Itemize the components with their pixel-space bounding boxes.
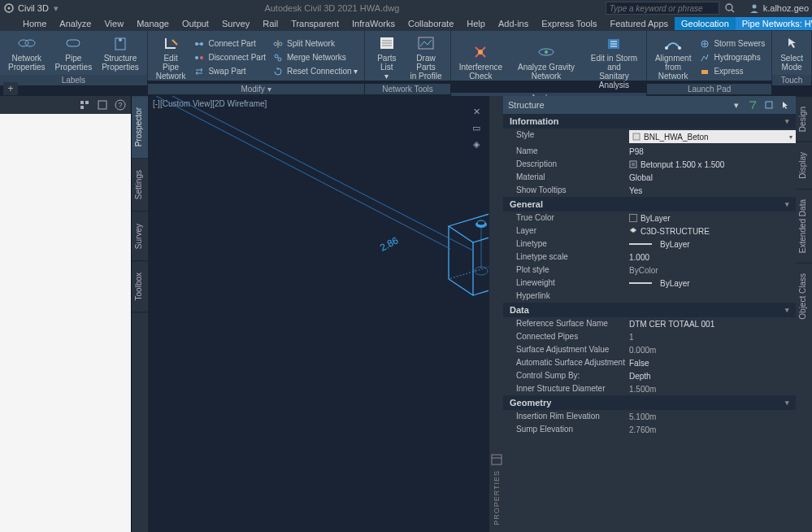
lineweight-field[interactable]: ByLayer <box>629 278 796 288</box>
pipe-lines <box>148 96 489 340</box>
svg-point-28 <box>545 50 548 54</box>
svg-line-46 <box>172 96 473 251</box>
tab-manage[interactable]: Manage <box>130 17 176 30</box>
tab-featured-apps[interactable]: Featured Apps <box>604 17 675 30</box>
storm-sewers-button[interactable]: Storm Sewers <box>697 37 766 50</box>
tab-survey-left[interactable]: Survey <box>132 212 148 261</box>
section-information[interactable]: Information▾ <box>503 114 796 129</box>
refsurface-field[interactable]: DTM CER TOTAAL 001 <box>629 319 796 329</box>
modify-group-label[interactable]: Modify ▾ <box>148 84 365 94</box>
app-name: Civil 3D <box>18 3 49 13</box>
controlsump-field[interactable]: Depth <box>629 371 796 381</box>
svg-rect-36 <box>80 106 84 109</box>
search-icon[interactable] <box>724 2 736 14</box>
analyze-gravity-button[interactable]: Analyze Gravity Network <box>509 41 584 82</box>
alignment-from-network-button[interactable]: Alignment from Network <box>652 33 694 82</box>
toolspace-icon1[interactable] <box>79 99 90 111</box>
description-field[interactable]: Betonput 1.500 x 1.500 <box>629 159 796 169</box>
toolspace-icon2[interactable] <box>97 99 108 111</box>
description-icon <box>629 160 637 168</box>
svg-point-14 <box>200 56 203 59</box>
rail-extended-data[interactable]: Extended Data <box>796 189 812 263</box>
svg-rect-50 <box>633 133 640 140</box>
tab-survey[interactable]: Survey <box>215 17 256 30</box>
properties-panel: Structure ▾ Information▾ StyleBNL_HWA_Be… <box>503 96 796 532</box>
tab-collaborate[interactable]: Collaborate <box>402 17 460 30</box>
user-account[interactable]: k.alhoz.geo <box>749 2 809 14</box>
svg-point-6 <box>25 40 35 46</box>
tab-output[interactable]: Output <box>176 17 215 30</box>
tab-toolbox[interactable]: Toolbox <box>132 261 148 312</box>
new-tab-button[interactable]: + <box>3 82 18 95</box>
truecolor-field[interactable]: ByLayer <box>629 213 796 223</box>
svg-rect-33 <box>701 70 708 74</box>
disconnect-part-button[interactable]: Disconnect Part <box>192 51 267 64</box>
tab-infraworks[interactable]: InfraWorks <box>345 17 402 30</box>
pipe-properties-button[interactable]: Pipe Properties <box>52 33 96 73</box>
toggle-pickadd-icon[interactable] <box>779 99 791 111</box>
svg-point-9 <box>119 38 122 41</box>
linetype-field[interactable]: ByLayer <box>629 239 796 249</box>
merge-networks-button[interactable]: Merge Networks <box>271 51 359 64</box>
draw-parts-profile-button[interactable]: Draw Parts in Profile <box>406 33 445 82</box>
properties-palette-bar[interactable]: PROPERTIES <box>489 96 503 532</box>
section-data[interactable]: Data▾ <box>503 303 796 317</box>
section-geometry[interactable]: Geometry▾ <box>503 395 796 410</box>
toolspace-tabs: Prospector Settings Survey Toolbox <box>132 96 148 532</box>
connected-pipes-field: 1 <box>629 332 796 342</box>
layer-field[interactable]: C3D-STRUCTURE <box>629 226 796 236</box>
parts-list-button[interactable]: Parts List ▾ <box>370 33 403 82</box>
material-field[interactable]: Global <box>629 172 796 182</box>
structure-properties-button[interactable]: Structure Properties <box>98 33 142 73</box>
edit-pipe-network-button[interactable]: Edit Pipe Network <box>153 33 189 82</box>
express-button[interactable]: Express <box>697 65 766 78</box>
ribbon: Network Properties Pipe Properties Struc… <box>0 31 812 81</box>
rail-design[interactable]: Design <box>796 96 812 142</box>
tab-transparent[interactable]: Transparent <box>284 17 345 30</box>
svg-point-1 <box>8 7 11 10</box>
select-objects-icon[interactable] <box>763 99 775 111</box>
rail-object-class[interactable]: Object Class <box>796 263 812 329</box>
tab-help[interactable]: Help <box>460 17 492 30</box>
props-arrow-icon[interactable]: ▾ <box>731 99 742 111</box>
right-rail-tabs: Design Display Extended Data Object Clas… <box>796 96 812 532</box>
linetypescale-field[interactable]: 1.000 <box>629 252 796 262</box>
swap-part-button[interactable]: Swap Part <box>192 65 267 78</box>
tooltips-field[interactable]: Yes <box>629 185 796 195</box>
select-mode-button[interactable]: Select Mode <box>777 33 806 73</box>
object-type-selector[interactable]: Structure <box>508 100 545 110</box>
split-network-button[interactable]: Split Network <box>271 37 359 50</box>
interference-check-button[interactable]: Interference Check <box>456 41 506 82</box>
network-properties-button[interactable]: Network Properties <box>5 33 49 73</box>
toolspace-tree[interactable] <box>0 114 131 532</box>
quick-select-icon[interactable] <box>747 99 758 111</box>
tab-view[interactable]: View <box>98 17 130 30</box>
tab-analyze[interactable]: Analyze <box>53 17 98 30</box>
style-field[interactable]: BNL_HWA_Beton▾ <box>629 130 796 143</box>
reset-connection-button[interactable]: Reset Connection ▾ <box>271 65 359 78</box>
tab-home[interactable]: Home <box>16 17 53 30</box>
launch-pad-group-label: Launch Pad <box>647 84 771 94</box>
autoadj-field[interactable]: False <box>629 358 796 368</box>
tab-prospector[interactable]: Prospector <box>132 96 148 159</box>
svg-rect-7 <box>67 40 80 46</box>
svg-rect-37 <box>98 101 106 109</box>
connect-part-button[interactable]: Connect Part <box>192 37 267 50</box>
svg-line-45 <box>156 96 450 249</box>
hyperlink-field[interactable] <box>629 291 796 301</box>
tab-geolocation[interactable]: Geolocation <box>675 17 736 30</box>
svg-rect-35 <box>85 101 89 104</box>
tab-settings[interactable]: Settings <box>132 159 148 211</box>
tab-addins[interactable]: Add-ins <box>492 17 535 30</box>
hydrographs-button[interactable]: Hydrographs <box>697 51 766 64</box>
help-icon[interactable]: ? <box>115 99 126 111</box>
edit-storm-button[interactable]: Edit in Storm and Sanitary Analysis <box>587 33 641 91</box>
name-field[interactable]: P98 <box>629 146 796 156</box>
tab-rail[interactable]: Rail <box>256 17 284 30</box>
tab-pipe-networks[interactable]: Pipe Networks: HWA Takkie Bestaand <box>736 17 812 30</box>
search-input[interactable] <box>606 2 719 15</box>
tab-express-tools[interactable]: Express Tools <box>535 17 603 30</box>
section-general[interactable]: General▾ <box>503 197 796 211</box>
rail-display[interactable]: Display <box>796 142 812 189</box>
drawing-viewport[interactable]: [-][Custom View][2D Wireframe] ✕ ▭ ◈ <box>148 96 489 532</box>
